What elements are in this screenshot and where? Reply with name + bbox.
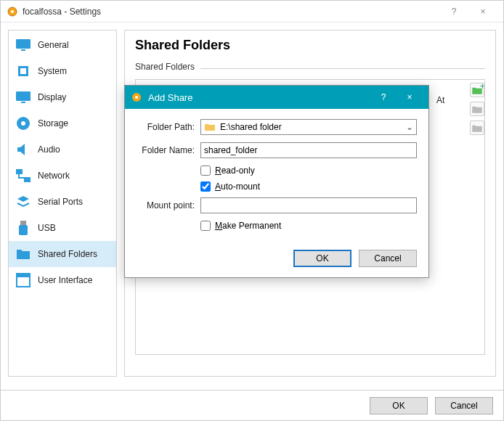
sidebar-item-shared-folders[interactable]: Shared Folders [9,241,116,267]
column-at: At [436,95,444,105]
sidebar-item-audio[interactable]: Audio [9,136,116,163]
svg-rect-7 [21,102,25,103]
sidebar-item-storage[interactable]: Storage [9,110,116,136]
app-icon [7,6,18,17]
folder-path-value: E:\shared folder [220,122,282,132]
monitor-icon [15,36,32,54]
svg-rect-13 [19,225,28,235]
sidebar-item-label: Shared Folders [38,249,97,259]
sidebar-item-network[interactable]: Network [9,163,116,189]
sidebar-item-serial[interactable]: Serial Ports [9,189,116,215]
sidebar-item-display[interactable]: Display [9,84,116,110]
settings-sidebar: General System Display Storage Audio Net… [8,30,117,377]
svg-point-1 [11,10,14,13]
help-button[interactable]: ? [439,1,468,23]
svg-rect-2 [16,39,31,49]
read-only-checkbox[interactable] [200,165,211,176]
window-title: focalfossa - Settings [23,7,439,17]
folder-icon [15,245,32,263]
network-icon [15,167,32,184]
ok-button[interactable]: OK [370,397,428,414]
sidebar-item-label: Serial Ports [38,197,83,207]
dialog-ok-button[interactable]: OK [293,250,351,267]
sidebar-item-label: Storage [38,118,68,128]
cancel-button[interactable]: Cancel [435,397,493,414]
auto-mount-checkbox[interactable] [200,181,211,192]
gear-icon [131,91,142,103]
add-share-dialog: Add Share ? × Folder Path: E:\shared fol… [124,85,429,278]
dialog-close-button[interactable]: × [397,86,423,109]
usb-icon [15,219,32,237]
add-folder-button[interactable]: + [470,83,484,97]
remove-folder-button[interactable] [470,120,484,135]
folder-icon [204,121,216,133]
svg-rect-10 [16,169,23,174]
dialog-help-button[interactable]: ? [370,86,397,109]
make-permanent-label: Make Permanent [215,221,281,231]
svg-rect-12 [20,221,26,225]
auto-mount-label: Auto-mount [215,181,260,192]
layout-icon [15,271,32,289]
sidebar-item-general[interactable]: General [9,32,116,58]
display-icon [15,89,32,106]
svg-rect-6 [16,91,31,101]
sidebar-item-label: User Interface [38,275,92,285]
sidebar-item-label: System [38,66,67,76]
svg-rect-15 [17,274,30,277]
dialog-cancel-button[interactable]: Cancel [359,250,417,267]
folder-name-input[interactable] [200,142,417,158]
mount-point-label: Mount point: [137,200,195,210]
read-only-label: Read-only [215,165,255,176]
divider [200,68,485,69]
folder-name-label: Folder Name: [137,145,195,155]
sidebar-item-label: Audio [38,144,60,155]
sidebar-item-ui[interactable]: User Interface [9,267,116,293]
page-title: Shared Folders [135,38,485,53]
disk-icon [15,115,32,132]
close-button[interactable]: × [468,1,497,23]
folder-path-select[interactable]: E:\shared folder ⌄ [200,119,417,135]
sidebar-item-usb[interactable]: USB [9,215,116,241]
svg-rect-3 [21,49,25,51]
mount-point-input[interactable] [200,197,417,213]
edit-folder-button[interactable] [470,102,484,116]
chevron-down-icon: ⌄ [406,122,413,132]
make-permanent-checkbox[interactable] [200,221,211,231]
folder-path-label: Folder Path: [137,122,195,132]
sidebar-item-label: General [38,40,69,50]
fieldset-label: Shared Folders [135,62,195,72]
serial-icon [15,193,32,210]
sidebar-item-label: Display [38,92,66,102]
svg-point-18 [135,96,138,99]
chip-icon [15,62,32,80]
sidebar-item-label: USB [38,223,56,233]
dialog-title: Add Share [148,92,370,103]
svg-text:+: + [479,83,484,91]
sidebar-item-label: Network [38,171,70,181]
svg-point-9 [21,121,25,126]
svg-rect-5 [20,68,26,74]
sidebar-item-system[interactable]: System [9,58,116,84]
speaker-icon [15,141,32,158]
